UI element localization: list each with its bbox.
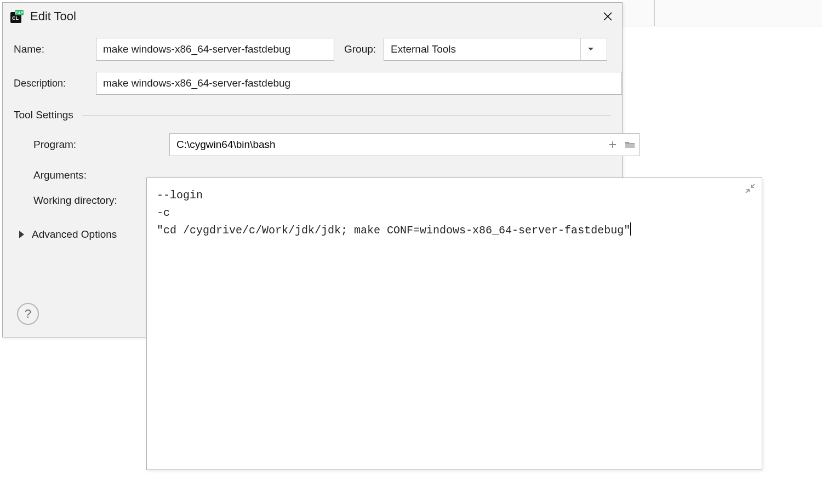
arguments-textarea[interactable]: --login -c "cd /cygdrive/c/Work/jdk/jdk;…: [157, 189, 630, 237]
svg-text:CL: CL: [12, 15, 19, 21]
plus-icon: [608, 140, 617, 149]
program-field: [169, 133, 640, 156]
collapse-icon: [745, 184, 755, 193]
collapse-editor-button[interactable]: [745, 184, 755, 196]
help-button[interactable]: ?: [17, 303, 39, 325]
program-label: Program:: [33, 139, 169, 151]
svg-text:EAP: EAP: [15, 11, 24, 15]
folder-icon: [625, 140, 636, 149]
insert-macro-button[interactable]: [604, 134, 621, 156]
name-input[interactable]: [96, 38, 334, 61]
group-combobox[interactable]: External Tools: [384, 38, 607, 61]
description-label: Description:: [14, 78, 96, 89]
close-icon: [603, 12, 613, 21]
help-icon: ?: [25, 307, 31, 321]
expand-right-icon: [19, 231, 24, 238]
advanced-options-label: Advanced Options: [32, 228, 117, 240]
close-button[interactable]: [598, 7, 618, 26]
tool-settings-header-text: Tool Settings: [14, 109, 73, 121]
section-divider: [82, 115, 611, 116]
tool-settings-header: Tool Settings: [14, 109, 611, 121]
group-label: Group:: [334, 43, 384, 55]
title-bar: CL EAP Edit Tool: [3, 3, 622, 30]
clion-eap-icon: CL EAP: [10, 10, 24, 23]
chevron-down-icon: [587, 47, 594, 51]
description-input[interactable]: [96, 72, 622, 95]
browse-button[interactable]: [621, 134, 639, 156]
text-caret: [630, 222, 631, 236]
dialog-title: Edit Tool: [30, 9, 598, 24]
combobox-arrow: [580, 38, 600, 60]
arguments-editor-popup[interactable]: --login -c "cd /cygdrive/c/Work/jdk/jdk;…: [146, 177, 762, 470]
name-label: Name:: [14, 43, 96, 55]
group-combobox-value: External Tools: [391, 43, 580, 55]
background-divider: [622, 0, 655, 26]
program-input[interactable]: [170, 134, 604, 156]
